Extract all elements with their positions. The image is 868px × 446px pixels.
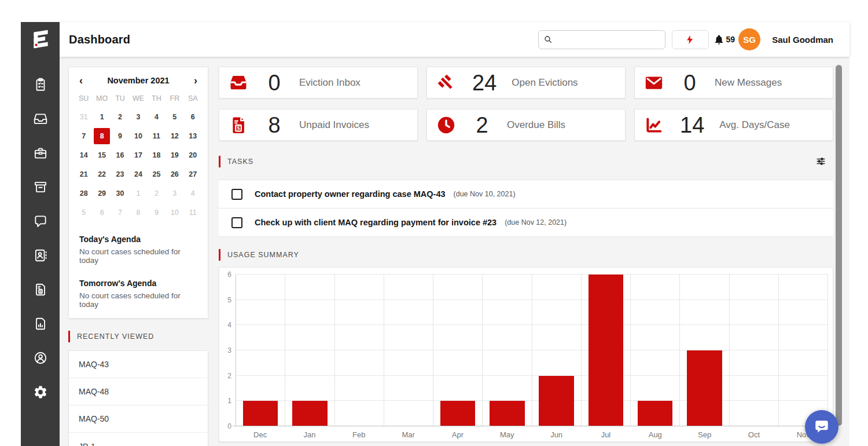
- calendar-day-selected[interactable]: 8: [94, 128, 110, 144]
- calendar-day[interactable]: 16: [112, 147, 128, 163]
- calendar-day[interactable]: 21: [76, 166, 92, 182]
- stat-card-avg-days-case[interactable]: 14 Avg. Days/Case: [634, 109, 833, 141]
- calendar-day[interactable]: 6: [94, 204, 110, 221]
- sidebar-item-messages[interactable]: [33, 214, 48, 229]
- recently-viewed-item[interactable]: MAQ-48: [69, 378, 208, 405]
- calendar-weekday: FR: [165, 93, 183, 106]
- calendar-day[interactable]: 5: [76, 204, 92, 221]
- chart-bar-Aug[interactable]: [638, 401, 673, 426]
- sidebar-item-invoices[interactable]: $: [33, 282, 48, 297]
- calendar-day[interactable]: 26: [167, 166, 183, 182]
- calendar-day[interactable]: 7: [76, 128, 92, 144]
- recently-viewed-item[interactable]: MAQ-43: [69, 351, 208, 378]
- calendar-day[interactable]: 3: [130, 109, 146, 125]
- notifications-button[interactable]: 59: [713, 34, 735, 45]
- calendar-day[interactable]: 29: [94, 185, 110, 202]
- calendar-day[interactable]: 18: [148, 147, 164, 163]
- section-accent-bar: [68, 331, 70, 342]
- chart-bar-Sep[interactable]: [687, 350, 722, 426]
- calendar-day[interactable]: 22: [94, 166, 110, 182]
- stat-card-unpaid-invoices[interactable]: $ 8 Unpaid Invoices: [219, 109, 418, 141]
- search-input[interactable]: [556, 35, 661, 44]
- task-checkbox[interactable]: [231, 189, 242, 200]
- calendar-day[interactable]: 17: [130, 147, 146, 163]
- calendar-day[interactable]: 11: [148, 128, 164, 144]
- calendar-day[interactable]: 2: [148, 185, 164, 202]
- chat-bubble-icon: [813, 418, 830, 436]
- calendar-day[interactable]: 27: [185, 166, 201, 182]
- task-row[interactable]: Contact property owner regarding case MA…: [219, 180, 833, 209]
- sidebar-item-cases[interactable]: [33, 145, 48, 160]
- task-due-date: (due Nov 10, 2021): [454, 190, 516, 198]
- calendar-day[interactable]: 14: [76, 147, 92, 163]
- calendar-day[interactable]: 9: [112, 128, 128, 144]
- sidebar-item-settings[interactable]: [33, 385, 48, 400]
- calendar-day[interactable]: 2: [112, 109, 128, 125]
- chart-bar-Apr[interactable]: [440, 401, 476, 426]
- calendar-prev-button[interactable]: ‹: [79, 75, 83, 86]
- stat-label: New Messages: [715, 77, 782, 89]
- tasks-filter-button[interactable]: [815, 156, 826, 167]
- calendar-day[interactable]: 8: [130, 204, 146, 221]
- stat-card-eviction-inbox[interactable]: 0 Eviction Inbox: [219, 67, 418, 98]
- chart-column-Dec: [236, 275, 285, 426]
- sidebar-item-inbox[interactable]: [33, 111, 48, 126]
- recently-viewed-list: MAQ-43MAQ-48MAQ-50JP-1: [68, 350, 208, 446]
- calendar-day[interactable]: 9: [148, 204, 164, 221]
- calendar-day[interactable]: 4: [185, 185, 201, 202]
- x-axis-label: May: [483, 426, 532, 441]
- calendar-day[interactable]: 13: [185, 128, 201, 144]
- calendar-day[interactable]: 25: [148, 166, 164, 182]
- chat-launcher-button[interactable]: [805, 410, 838, 444]
- calendar-day[interactable]: 5: [167, 109, 183, 125]
- stat-label: Open Evictions: [512, 77, 578, 89]
- y-axis-tick-label: 0: [227, 423, 231, 430]
- avatar[interactable]: SG: [738, 28, 760, 50]
- y-axis-tick-label: 1: [227, 397, 231, 404]
- sidebar-item-tasks[interactable]: [33, 77, 48, 92]
- chart-bar-Jan[interactable]: [292, 401, 328, 426]
- calendar-day[interactable]: 19: [167, 147, 183, 163]
- filter-sliders-icon: [815, 156, 826, 167]
- sidebar-item-account[interactable]: [33, 350, 48, 365]
- calendar-next-button[interactable]: ›: [194, 75, 197, 86]
- task-checkbox[interactable]: [231, 217, 242, 228]
- sidebar-item-contacts[interactable]: [33, 248, 48, 263]
- calendar-day[interactable]: 3: [167, 185, 183, 202]
- app-logo[interactable]: [27, 27, 54, 56]
- sidebar-item-archive[interactable]: [33, 180, 48, 195]
- usage-summary-label: USAGE SUMMARY: [227, 251, 299, 259]
- calendar-day[interactable]: 15: [94, 147, 110, 163]
- calendar-day[interactable]: 30: [112, 185, 128, 202]
- calendar-day[interactable]: 1: [130, 185, 146, 202]
- task-row[interactable]: Check up with client MAQ regarding payme…: [219, 209, 833, 237]
- calendar-day[interactable]: 23: [112, 166, 128, 182]
- chart-bar-Jul[interactable]: [589, 275, 624, 426]
- calendar-day[interactable]: 6: [185, 109, 201, 125]
- recently-viewed-item[interactable]: JP-1: [69, 433, 208, 446]
- stat-card-overdue-bills[interactable]: 2 Overdue Bills: [426, 109, 626, 141]
- calendar-day[interactable]: 10: [130, 128, 146, 144]
- chart-bar-Jun[interactable]: [539, 376, 574, 426]
- calendar-day[interactable]: 20: [185, 147, 201, 163]
- stat-card-open-evictions[interactable]: 24 Open Evictions: [426, 67, 626, 98]
- calendar-day[interactable]: 10: [167, 204, 183, 221]
- calendar-day[interactable]: 7: [112, 204, 128, 221]
- stat-card-new-messages[interactable]: 0 New Messages: [634, 67, 833, 98]
- calendar-day[interactable]: 24: [130, 166, 146, 182]
- calendar-day[interactable]: 1: [94, 109, 110, 125]
- calendar-day[interactable]: 28: [76, 185, 92, 202]
- y-axis-tick-label: 5: [227, 297, 231, 304]
- quick-actions-button[interactable]: [672, 30, 709, 49]
- chart-bar-Dec[interactable]: [243, 401, 278, 426]
- calendar-day[interactable]: 4: [148, 109, 164, 125]
- vertical-scrollbar[interactable]: [836, 65, 842, 426]
- calendar-day[interactable]: 31: [76, 109, 92, 125]
- calendar-day[interactable]: 11: [185, 204, 201, 221]
- tomorrow-agenda-text: No court cases scheduled for today: [79, 291, 197, 309]
- sidebar-item-reports[interactable]: [33, 316, 48, 331]
- search-box[interactable]: [538, 30, 665, 49]
- calendar-day[interactable]: 12: [167, 128, 183, 144]
- recently-viewed-item[interactable]: MAQ-50: [69, 405, 208, 433]
- chart-bar-May[interactable]: [490, 401, 525, 426]
